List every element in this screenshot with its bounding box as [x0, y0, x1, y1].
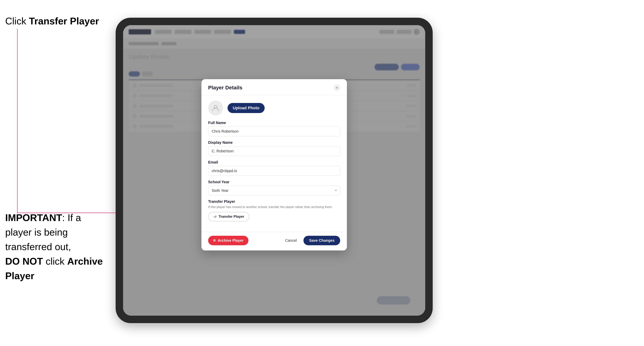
email-group: Email: [208, 160, 340, 176]
instruction-important: IMPORTANT: [5, 212, 62, 223]
display-name-input[interactable]: [208, 146, 340, 156]
modal-overlay: Player Details × Upload Photo: [123, 25, 425, 316]
instruction-rest2: click: [43, 256, 67, 267]
annotation-vertical-line: [17, 29, 18, 213]
avatar-placeholder: [208, 101, 223, 115]
instruction-bottom: IMPORTANT: If a player is being transfer…: [5, 210, 110, 283]
instruction-top: Click Transfer Player: [5, 15, 99, 27]
full-name-label: Full Name: [208, 121, 340, 125]
tablet-screen: Update Roster: [123, 25, 425, 316]
full-name-input[interactable]: [208, 127, 340, 136]
modal-body: Upload Photo Full Name Display Name: [202, 95, 347, 232]
email-input[interactable]: [208, 166, 340, 176]
archive-player-button[interactable]: ⊘ Archive Player: [208, 236, 248, 245]
modal-footer: ⊘ Archive Player Cancel Save Changes: [202, 232, 347, 250]
transfer-icon: [213, 214, 217, 219]
modal-title: Player Details: [208, 85, 242, 91]
user-silhouette-icon: [212, 104, 219, 112]
modal-close-button[interactable]: ×: [334, 84, 340, 91]
photo-section: Upload Photo: [208, 101, 340, 115]
email-label: Email: [208, 160, 340, 165]
school-year-group: School Year First Year Second Year Third…: [208, 180, 340, 195]
archive-button-label: Archive Player: [218, 238, 244, 243]
cancel-button[interactable]: Cancel: [282, 236, 300, 245]
display-name-label: Display Name: [208, 140, 340, 145]
instruction-prefix: Click: [5, 16, 29, 26]
transfer-description: If this player has moved to another scho…: [208, 205, 340, 209]
instruction-do-not: DO NOT: [5, 256, 43, 267]
modal-header: Player Details ×: [202, 79, 347, 95]
archive-icon: ⊘: [213, 238, 216, 242]
transfer-section-title: Transfer Player: [208, 199, 340, 204]
display-name-group: Display Name: [208, 140, 340, 156]
player-details-modal: Player Details × Upload Photo: [202, 79, 347, 250]
school-year-label: School Year: [208, 180, 340, 184]
transfer-section: Transfer Player If this player has moved…: [208, 199, 340, 221]
footer-right-actions: Cancel Save Changes: [282, 236, 340, 245]
save-changes-button[interactable]: Save Changes: [304, 236, 340, 245]
tablet-device: Update Roster: [116, 18, 433, 323]
school-year-select[interactable]: First Year Second Year Third Year Fourth…: [208, 186, 340, 195]
transfer-player-button[interactable]: Transfer Player: [208, 212, 249, 221]
transfer-button-label: Transfer Player: [218, 214, 244, 219]
instruction-bold: Transfer Player: [29, 16, 99, 26]
upload-photo-button[interactable]: Upload Photo: [228, 103, 265, 113]
full-name-group: Full Name: [208, 121, 340, 136]
